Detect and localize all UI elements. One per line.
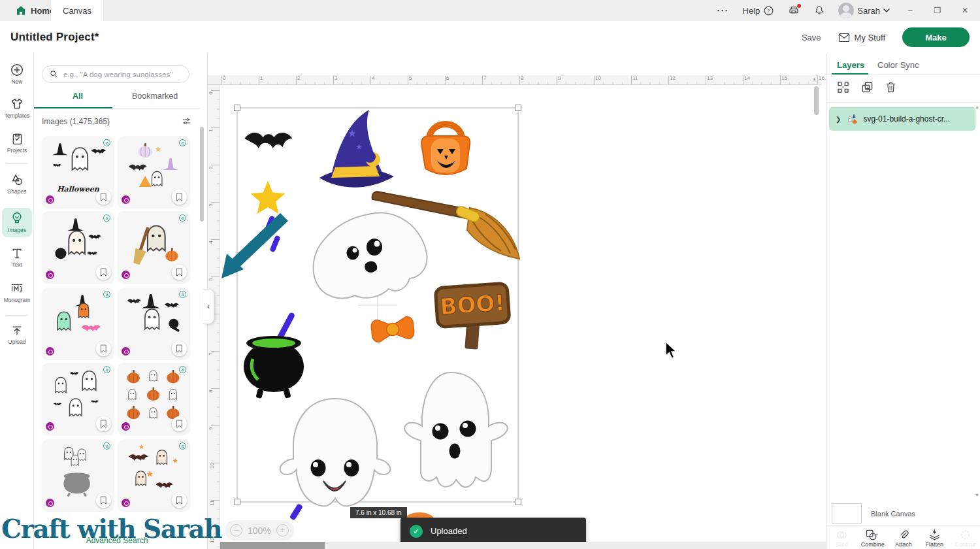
nav-shapes[interactable]: Shapes — [2, 173, 32, 195]
window-minimize-button[interactable]: – — [903, 6, 917, 15]
v-ruler-number: 10 — [209, 463, 215, 469]
layers-scroll-up[interactable]: ▲ — [975, 105, 979, 109]
canvas-horizontal-scrollbar[interactable] — [220, 542, 826, 549]
zoom-out-button[interactable]: – — [230, 524, 242, 537]
h-ruler-number: 1 — [260, 75, 263, 81]
tab-all[interactable]: All — [41, 92, 115, 101]
images-icon — [10, 211, 24, 225]
image-tile-halloween-doodles[interactable]: a — [118, 136, 190, 208]
image-tile-ghost-broom[interactable]: a — [118, 211, 190, 283]
tab-layers[interactable]: Layers — [837, 60, 864, 70]
combine-icon — [865, 529, 881, 541]
art-ghost-cute[interactable] — [280, 399, 391, 506]
h-scroll-thumb[interactable] — [220, 542, 325, 549]
art-witch-hat[interactable] — [319, 110, 394, 188]
art-wand-stick-3[interactable] — [289, 503, 303, 521]
combine-button[interactable]: Combine — [857, 525, 888, 549]
panel-scrollbar[interactable] — [200, 127, 204, 222]
tab-canvas[interactable]: Canvas — [51, 0, 103, 21]
my-stuff-button[interactable]: My Stuff — [838, 33, 885, 42]
search-input[interactable] — [63, 71, 181, 78]
canvas-vertical-scrollbar[interactable] — [814, 86, 819, 115]
canvas-scroll-up-arrow[interactable]: ▲ — [812, 76, 817, 81]
nav-new[interactable]: New — [2, 63, 32, 85]
project-title: Untitled Project* — [10, 31, 99, 44]
image-search-box[interactable] — [42, 65, 189, 83]
layer-row-selected[interactable]: ❯ svg-01-build-a-ghost-cr... — [829, 107, 975, 131]
v-ruler-number: 1 — [208, 129, 214, 131]
art-boo-sign[interactable]: BOO! — [435, 283, 510, 349]
image-tile-mint-ghost-skull[interactable]: a — [42, 288, 114, 359]
canvas-color-swatch[interactable] — [832, 503, 862, 524]
art-wand-stick-2[interactable] — [269, 235, 280, 252]
group-icon[interactable] — [837, 81, 849, 93]
nav-templates[interactable]: Templates — [2, 97, 32, 119]
nav-projects[interactable]: Projects — [2, 132, 32, 154]
window-maximize-button[interactable]: ❐ — [930, 6, 945, 15]
image-tile-pink-ghosts-bats[interactable]: a — [118, 439, 190, 511]
image-tile-three-ghosts[interactable]: a — [42, 363, 114, 435]
artboard[interactable]: BOO! — [220, 85, 822, 541]
bookmark-button[interactable] — [96, 416, 111, 431]
trash-icon[interactable] — [885, 81, 896, 93]
help-button[interactable]: Help ? — [743, 5, 775, 16]
layer-expand-chevron[interactable]: ❯ — [836, 116, 841, 123]
image-tile-cauldron-ghosts[interactable]: a — [42, 439, 114, 511]
bookmark-button[interactable] — [96, 265, 111, 280]
images-count: Images (1,475,365) — [42, 117, 110, 126]
art-pumpkin-bucket[interactable] — [421, 124, 470, 175]
art-ghost-classic[interactable] — [404, 373, 508, 487]
blank-canvas-row[interactable]: Blank Canvas — [832, 503, 915, 524]
nav-images[interactable]: Images — [2, 208, 32, 237]
image-tile-halloween-ghost[interactable]: Halloween a — [42, 136, 114, 208]
nav-upload[interactable]: Upload — [2, 324, 32, 345]
notifications-button[interactable] — [813, 5, 825, 16]
make-button[interactable]: Make — [902, 27, 970, 47]
art-bow-tie[interactable] — [370, 316, 415, 343]
tab-bookmarked[interactable]: Bookmarked — [118, 92, 192, 101]
nav-monogram[interactable]: Monogram — [2, 281, 32, 303]
flatten-button[interactable]: Flatten — [919, 525, 950, 549]
h-ruler-number: 4 — [372, 75, 374, 81]
bookmark-button[interactable] — [96, 190, 111, 205]
layer-color-dot — [46, 271, 54, 279]
account-menu[interactable]: Sarah — [838, 3, 890, 18]
art-bat[interactable] — [244, 133, 292, 148]
slice-button[interactable]: Slice — [826, 525, 857, 549]
tab-color-sync[interactable]: Color Sync — [877, 60, 919, 70]
bookmark-button[interactable] — [172, 416, 187, 431]
save-button[interactable]: Save — [802, 33, 821, 42]
image-tile-witch-ghost[interactable]: a — [118, 288, 190, 359]
panel-collapse-handle[interactable]: ‹ — [203, 289, 214, 324]
search-icon — [49, 69, 59, 79]
layer-name: svg-01-build-a-ghost-cr... — [863, 114, 950, 124]
filters-icon[interactable] — [181, 116, 192, 126]
zoom-in-button[interactable]: + — [276, 524, 289, 537]
ruler-corner — [208, 75, 220, 85]
bookmark-button[interactable] — [172, 190, 187, 205]
upload-icon — [10, 324, 24, 337]
attach-button[interactable]: Attach — [888, 525, 919, 549]
image-tile-pumpkins-ghosts[interactable]: a — [118, 363, 190, 435]
mouse-cursor — [665, 341, 679, 361]
art-star[interactable] — [250, 180, 285, 214]
machine-status-button[interactable] — [787, 5, 800, 16]
art-ghost-flying[interactable] — [314, 213, 427, 299]
bookmark-button[interactable] — [96, 341, 111, 356]
bookmark-button[interactable] — [172, 493, 187, 508]
image-tile-cowboy-ghost[interactable]: a — [42, 211, 114, 283]
halloween-svg-artwork[interactable]: BOO! — [220, 85, 822, 523]
contour-button[interactable]: Contour — [950, 525, 980, 549]
overflow-menu-button[interactable]: ⋯ — [717, 3, 730, 18]
art-cauldron[interactable] — [244, 312, 304, 399]
text-icon — [10, 247, 24, 260]
bookmark-button[interactable] — [96, 493, 111, 508]
bookmark-button[interactable] — [172, 341, 187, 356]
projects-icon — [10, 132, 24, 146]
upload-toast: ✓ Uploaded — [400, 518, 586, 544]
nav-text[interactable]: Text — [2, 247, 32, 268]
window-close-button[interactable]: ✕ — [958, 6, 972, 15]
duplicate-icon[interactable] — [861, 81, 874, 93]
layers-scroll-down[interactable]: ▼ — [975, 493, 979, 497]
bookmark-button[interactable] — [172, 265, 187, 280]
